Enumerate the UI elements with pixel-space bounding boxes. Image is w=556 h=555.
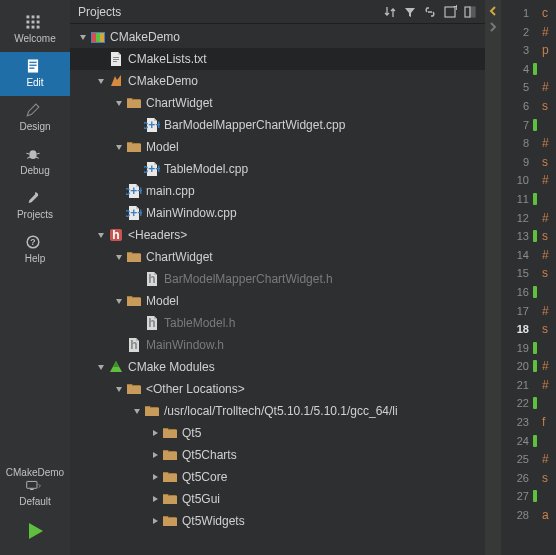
code-area[interactable]: c#p#s#s##s#s#s##f#sa xyxy=(539,0,556,555)
folder-icon xyxy=(162,469,178,485)
tree-row[interactable]: hBarModelMapperChartWidget.h xyxy=(70,268,485,290)
tree-row[interactable]: ChartWidget xyxy=(70,92,485,114)
tree-toggle-icon[interactable] xyxy=(130,404,144,418)
filter-icon[interactable] xyxy=(401,3,419,21)
tree-row[interactable]: Qt5Widgets xyxy=(70,510,485,532)
mark-slot xyxy=(533,450,539,469)
tree-toggle-icon[interactable] xyxy=(112,96,126,110)
tree-toggle-icon[interactable] xyxy=(148,448,162,462)
editor-area[interactable]: 1234567891011121314151617181920212223242… xyxy=(501,0,556,555)
tree-row[interactable]: Model xyxy=(70,136,485,158)
sort-icon[interactable] xyxy=(381,3,399,21)
tree-toggle-icon[interactable] xyxy=(148,492,162,506)
code-line xyxy=(542,487,556,506)
svg-line-17 xyxy=(36,157,39,158)
line-number: 17 xyxy=(501,302,529,321)
tree-row[interactable]: CMakeDemo xyxy=(70,70,485,92)
tree-toggle-icon[interactable] xyxy=(94,74,108,88)
sidebar-label: Debug xyxy=(20,165,49,176)
tree-row[interactable]: CMake Modules xyxy=(70,356,485,378)
split-icon[interactable]: + xyxy=(441,3,459,21)
tree-toggle-icon[interactable] xyxy=(94,228,108,242)
line-number: 28 xyxy=(501,506,529,525)
tree-toggle-icon[interactable] xyxy=(112,140,126,154)
tree-label: ChartWidget xyxy=(146,96,213,110)
code-line xyxy=(542,432,556,451)
file-cpp-icon: c++ xyxy=(144,161,160,177)
svg-rect-4 xyxy=(32,21,35,24)
tree-label: Qt5Charts xyxy=(182,448,237,462)
svg-rect-5 xyxy=(37,21,40,24)
code-line: # xyxy=(542,450,556,469)
tree-row[interactable]: c++main.cpp xyxy=(70,180,485,202)
nav-forward-icon[interactable] xyxy=(486,20,500,34)
tree-toggle-icon[interactable] xyxy=(112,250,126,264)
tree-row[interactable]: c++BarModelMapperChartWidget.cpp xyxy=(70,114,485,136)
tree-row[interactable]: c++MainWindow.cpp xyxy=(70,202,485,224)
tree-row[interactable]: Qt5Gui xyxy=(70,488,485,510)
code-line: # xyxy=(542,302,556,321)
tree-row[interactable]: h<Headers> xyxy=(70,224,485,246)
sidebar-item-projects[interactable]: Projects xyxy=(0,184,70,228)
tree-label: BarModelMapperChartWidget.cpp xyxy=(164,118,345,132)
svg-rect-28 xyxy=(113,59,119,60)
tree-row[interactable]: hTableModel.h xyxy=(70,312,485,334)
file-cpp-icon: c++ xyxy=(144,117,160,133)
tree-row[interactable]: Qt5 xyxy=(70,422,485,444)
sidebar-item-help[interactable]: ? Help xyxy=(0,228,70,272)
svg-line-14 xyxy=(26,153,29,154)
tree-row[interactable]: <Other Locations> xyxy=(70,378,485,400)
mark-slot xyxy=(533,432,539,451)
project-tree[interactable]: CMakeDemoCMakeLists.txtCMakeDemoChartWid… xyxy=(70,24,485,555)
tree-toggle-icon[interactable] xyxy=(148,470,162,484)
tree-row[interactable]: ChartWidget xyxy=(70,246,485,268)
code-line xyxy=(542,339,556,358)
sidebar-item-design[interactable]: Design xyxy=(0,96,70,140)
file-h-icon: h xyxy=(126,337,142,353)
tree-label: Model xyxy=(146,140,179,154)
code-line: c xyxy=(542,4,556,23)
code-line: s xyxy=(542,97,556,116)
file-txt-icon xyxy=(108,51,124,67)
tree-row[interactable]: /usr/local/Trolltech/Qt5.10.1/5.10.1/gcc… xyxy=(70,400,485,422)
sidebar-label: Design xyxy=(19,121,50,132)
tree-row[interactable]: Qt5Charts xyxy=(70,444,485,466)
sidebar-item-debug[interactable]: Debug xyxy=(0,140,70,184)
mark-slot xyxy=(533,23,539,42)
tree-toggle-icon[interactable] xyxy=(94,360,108,374)
project-icon xyxy=(90,29,106,45)
sidebar-item-welcome[interactable]: Welcome xyxy=(0,8,70,52)
tree-row[interactable]: CMakeLists.txt xyxy=(70,48,485,70)
folder-icon xyxy=(162,491,178,507)
run-button[interactable] xyxy=(0,513,70,549)
code-line xyxy=(542,190,556,209)
cmake-icon xyxy=(108,359,124,375)
tree-toggle-icon[interactable] xyxy=(148,514,162,528)
tree-row[interactable]: Model xyxy=(70,290,485,312)
svg-rect-7 xyxy=(32,26,35,29)
svg-rect-20 xyxy=(27,481,37,488)
svg-rect-6 xyxy=(26,26,29,29)
close-pane-icon[interactable] xyxy=(461,3,479,21)
kit-selector[interactable]: CMakeDemo Default xyxy=(0,459,70,513)
change-mark-icon xyxy=(533,342,537,354)
line-number: 23 xyxy=(501,413,529,432)
tree-row[interactable]: c++TableModel.cpp xyxy=(70,158,485,180)
nav-back-icon[interactable] xyxy=(486,4,500,18)
tree-row[interactable]: hMainWindow.h xyxy=(70,334,485,356)
tree-toggle-icon[interactable] xyxy=(148,426,162,440)
line-number: 3 xyxy=(501,41,529,60)
tree-row[interactable]: Qt5Core xyxy=(70,466,485,488)
mark-slot xyxy=(533,506,539,525)
line-number: 25 xyxy=(501,450,529,469)
change-mark-icon xyxy=(533,286,537,298)
tree-row[interactable]: CMakeDemo xyxy=(70,26,485,48)
code-line: s xyxy=(542,153,556,172)
mark-slot xyxy=(533,60,539,79)
sidebar-item-edit[interactable]: Edit xyxy=(0,52,70,96)
tree-toggle-icon[interactable] xyxy=(112,294,126,308)
tree-toggle-icon[interactable] xyxy=(76,30,90,44)
link-icon[interactable] xyxy=(421,3,439,21)
section-icon xyxy=(108,73,124,89)
tree-toggle-icon[interactable] xyxy=(112,382,126,396)
